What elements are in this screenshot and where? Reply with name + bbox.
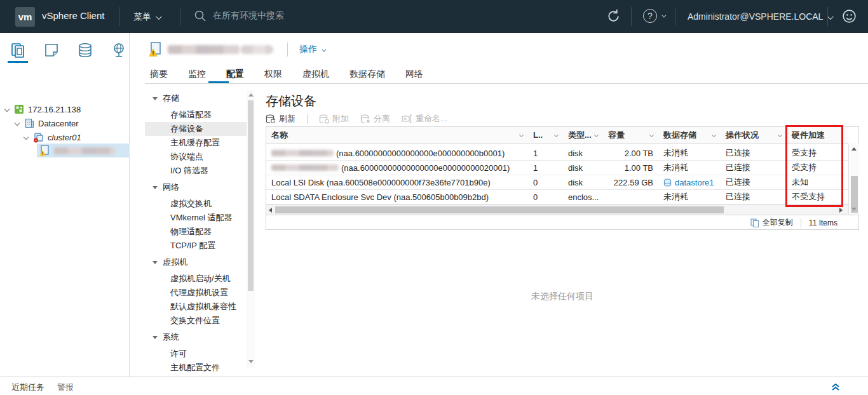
- column-header-lun[interactable]: L..: [528, 127, 563, 143]
- cell-state: 已连接: [721, 190, 787, 204]
- grid-horizontal-scrollbar[interactable]: [266, 204, 848, 215]
- scrollbar-thumb[interactable]: [248, 100, 254, 291]
- scroll-down-arrow[interactable]: [248, 360, 254, 363]
- nav-section-storage[interactable]: 存储: [145, 89, 247, 108]
- tree-label: 172.16.21.138: [28, 105, 81, 114]
- nav-item-default-vm-compat[interactable]: 默认虚拟机兼容性: [145, 300, 247, 314]
- copy-icon: [750, 218, 759, 227]
- expand-chevron-icon[interactable]: [15, 121, 20, 126]
- global-search[interactable]: 在所有环境中搜索: [194, 10, 284, 22]
- nav-item-host-profile[interactable]: 主机配置文件: [145, 361, 247, 375]
- nav-item-physical-adapters[interactable]: 物理适配器: [145, 225, 247, 239]
- refresh-button[interactable]: [606, 8, 621, 24]
- nav-section-vms[interactable]: 虚拟机: [145, 253, 247, 272]
- tab-datastores[interactable]: 数据存储: [349, 69, 385, 80]
- expand-chevron-icon[interactable]: [4, 107, 10, 112]
- scroll-up-arrow[interactable]: [248, 93, 254, 97]
- column-header-hw-accel[interactable]: 硬件加速: [787, 127, 844, 143]
- copy-all-button[interactable]: 全部复制: [750, 217, 793, 228]
- column-menu-chevron-icon[interactable]: [649, 133, 654, 137]
- actions-label: 操作: [299, 44, 317, 54]
- column-header-capacity[interactable]: 容量: [603, 127, 658, 143]
- column-menu-chevron-icon[interactable]: [554, 133, 559, 137]
- tree-item-cluster01[interactable]: cluster01: [24, 130, 130, 144]
- tab-vms-and-templates[interactable]: [43, 42, 60, 58]
- scroll-right-arrow[interactable]: [839, 208, 843, 213]
- nav-item-host-cache[interactable]: 主机缓存配置: [145, 136, 247, 150]
- cell-datastore: 未消耗: [658, 161, 721, 175]
- actions-dropdown[interactable]: 操作: [299, 44, 325, 55]
- column-menu-chevron-icon[interactable]: [519, 133, 524, 137]
- recent-tasks-button[interactable]: 近期任务: [11, 382, 44, 393]
- vmware-logo[interactable]: vm: [15, 7, 35, 27]
- tree-item-vcenter[interactable]: 172.16.21.138: [5, 102, 130, 116]
- nav-item-vmkernel-adapters[interactable]: VMkernel 适配器: [145, 211, 247, 225]
- expand-panel-button[interactable]: [830, 380, 841, 392]
- object-navigator: 172.16.21.138 Datacenter cluster01: [0, 33, 130, 377]
- rename-button[interactable]: 重命名...: [402, 113, 447, 124]
- attach-button[interactable]: 附加: [319, 113, 349, 124]
- table-row[interactable]: Local LSI Disk (naa.600508e000000000f73e…: [266, 175, 848, 190]
- collapse-triangle-icon: [153, 97, 158, 100]
- column-header-datastore[interactable]: 数据存储: [658, 127, 721, 143]
- refresh-button[interactable]: 刷新: [266, 113, 295, 124]
- datastore-link[interactable]: datastore1: [675, 178, 714, 187]
- help-dropdown[interactable]: ?: [643, 9, 665, 23]
- column-header-type[interactable]: 类型...: [563, 127, 603, 143]
- cell-type: disk: [563, 161, 603, 175]
- cell-name: (naa.60000000000000000e00000000020001): [266, 161, 528, 175]
- nav-item-protocol-endpoints[interactable]: 协议端点: [145, 150, 247, 164]
- table-row[interactable]: Local SDATA Enclosure Svc Dev (naa.50060…: [266, 190, 848, 204]
- expand-chevron-icon[interactable]: [24, 135, 29, 140]
- scroll-left-arrow[interactable]: [269, 208, 272, 213]
- nav-item-virtual-switches[interactable]: 虚拟交换机: [145, 197, 247, 211]
- scrollbar-thumb[interactable]: [275, 206, 724, 213]
- menu-dropdown[interactable]: 菜单: [133, 11, 160, 23]
- column-menu-chevron-icon[interactable]: [778, 133, 782, 137]
- nav-item-tcpip-config[interactable]: TCP/IP 配置: [145, 239, 247, 253]
- tab-storage[interactable]: [77, 42, 93, 58]
- table-row[interactable]: (naa.60000000000000000e000000000b0001) 1…: [266, 146, 848, 161]
- scroll-up-arrow[interactable]: [851, 147, 857, 151]
- user-menu[interactable]: Administrator@VSPHERE.LOCAL: [688, 11, 832, 22]
- nav-item-storage-devices[interactable]: 存储设备: [145, 122, 247, 136]
- nav-item-licensing[interactable]: 许可: [145, 347, 247, 361]
- tab-networking[interactable]: [111, 42, 127, 58]
- host-warning-icon: [39, 145, 50, 156]
- column-menu-chevron-icon[interactable]: [712, 133, 716, 137]
- nav-item-swap-file[interactable]: 交换文件位置: [145, 314, 247, 328]
- column-menu-chevron-icon[interactable]: [594, 133, 599, 137]
- chevron-down-icon: [827, 13, 834, 20]
- entity-header: 操作: [149, 42, 325, 57]
- nav-section-system[interactable]: 系统: [145, 328, 247, 347]
- cell-state: 已连接: [721, 146, 787, 160]
- feedback-button[interactable]: [841, 8, 857, 24]
- top-nav-bar: vm vSphere Client 菜单 在所有环境中搜索 ? Administ…: [0, 0, 868, 33]
- tab-networks[interactable]: 网络: [405, 69, 423, 80]
- grid-vertical-scrollbar[interactable]: [848, 144, 859, 215]
- tab-configure[interactable]: 配置: [226, 69, 244, 80]
- nav-item-storage-adapters[interactable]: 存储适配器: [145, 108, 247, 122]
- tab-vms[interactable]: 虚拟机: [302, 69, 329, 80]
- tab-hosts-and-clusters[interactable]: [10, 42, 26, 58]
- nav-item-io-filters[interactable]: I/O 筛选器: [145, 164, 247, 178]
- detach-button[interactable]: 分离: [360, 113, 390, 124]
- cell-datastore: datastore1: [658, 175, 721, 189]
- tab-permissions[interactable]: 权限: [264, 69, 282, 80]
- nav-item-agent-vm[interactable]: 代理虚拟机设置: [145, 286, 247, 300]
- confignav-scrollbar[interactable]: [247, 90, 255, 368]
- nav-item-vm-startup[interactable]: 虚拟机启动/关机: [145, 272, 247, 286]
- table-row[interactable]: (naa.60000000000000000e00000000020001) 1…: [266, 161, 848, 175]
- column-header-name[interactable]: 名称: [266, 127, 528, 143]
- tab-summary[interactable]: 摘要: [150, 69, 168, 80]
- column-header-state[interactable]: 操作状况: [721, 127, 787, 143]
- device-naa-id: (naa.60000000000000000e000000000b0001): [336, 149, 505, 158]
- tab-monitor[interactable]: 监控: [188, 69, 206, 80]
- nav-section-networking[interactable]: 网络: [145, 178, 247, 197]
- tree-item-datacenter[interactable]: Datacenter: [15, 116, 130, 130]
- alarms-button[interactable]: 警报: [57, 382, 74, 393]
- double-chevron-up-icon: [832, 384, 839, 387]
- tree-item-host-selected[interactable]: [37, 144, 130, 157]
- cell-name: (naa.60000000000000000e000000000b0001): [266, 146, 528, 160]
- scroll-down-arrow[interactable]: [851, 208, 857, 211]
